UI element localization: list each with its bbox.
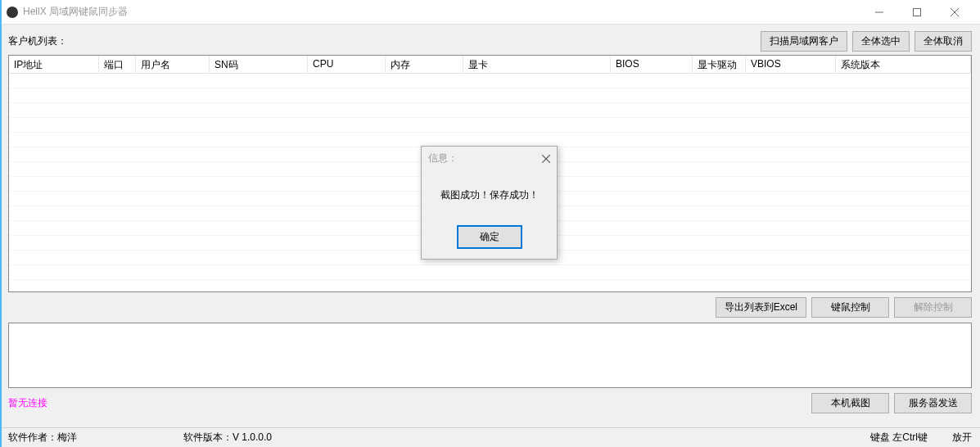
- th-sysver[interactable]: 系统版本: [836, 56, 971, 73]
- version-value: V 1.0.0.0: [233, 431, 272, 443]
- kb-value: 左Ctrl键: [892, 431, 928, 443]
- client-list-label: 客户机列表：: [8, 34, 67, 48]
- table-row: [9, 74, 971, 88]
- th-mem[interactable]: 内存: [386, 56, 463, 73]
- table-row: [9, 88, 971, 103]
- author-seg: 软件作者：梅洋: [8, 431, 77, 445]
- th-gpu[interactable]: 显卡: [463, 56, 611, 73]
- screenshot-button[interactable]: 本机截图: [811, 393, 889, 413]
- th-bios[interactable]: BIOS: [611, 56, 693, 73]
- table-row: [9, 118, 971, 133]
- accent-border: [0, 0, 2, 447]
- status-right: 键盘 左Ctrl键 放开: [870, 431, 972, 445]
- th-port[interactable]: 端口: [99, 56, 136, 73]
- version-seg: 软件版本：V 1.0.0.0: [183, 431, 272, 445]
- svg-rect-1: [914, 8, 921, 16]
- titlebar: HellX 局域网键鼠同步器: [0, 0, 980, 25]
- window-title: HellX 局域网键鼠同步器: [23, 5, 128, 19]
- author-label: 软件作者：: [8, 431, 57, 443]
- th-gpudrv[interactable]: 显卡驱动: [693, 56, 746, 73]
- table-row: [9, 265, 971, 280]
- dialog-footer: 确定: [422, 220, 557, 259]
- log-area[interactable]: [8, 323, 972, 388]
- app-icon: [7, 7, 18, 18]
- th-sn[interactable]: SN码: [210, 56, 308, 73]
- maximize-button[interactable]: [898, 0, 936, 25]
- top-buttons: 扫描局域网客户 全体选中 全体取消: [761, 31, 972, 52]
- deselect-all-button[interactable]: 全体取消: [915, 31, 972, 52]
- bottom-buttons: 本机截图 服务器发送: [811, 393, 972, 413]
- km-control-button[interactable]: 键鼠控制: [811, 297, 889, 318]
- dialog-close-button[interactable]: [542, 152, 550, 165]
- th-cpu[interactable]: CPU: [308, 56, 386, 73]
- table-header: IP地址 端口 用户名 SN码 CPU 内存 显卡 BIOS 显卡驱动 VBIO…: [9, 56, 971, 74]
- author-value: 梅洋: [57, 431, 77, 443]
- export-excel-button[interactable]: 导出列表到Excel: [716, 297, 806, 318]
- th-vbios[interactable]: VBIOS: [746, 56, 836, 73]
- kb-label: 键盘: [870, 431, 890, 443]
- state-seg: 放开: [952, 431, 972, 445]
- table-row: [9, 103, 971, 118]
- kb-seg: 键盘 左Ctrl键: [870, 431, 928, 445]
- statusbar: 软件作者：梅洋 软件版本：V 1.0.0.0 键盘 左Ctrl键 放开: [0, 427, 980, 447]
- bottom-row: 暂无连接 本机截图 服务器发送: [8, 388, 972, 418]
- dialog-titlebar: 信息：: [422, 147, 557, 170]
- minimize-button[interactable]: [860, 0, 898, 25]
- close-button[interactable]: [936, 0, 973, 25]
- scan-lan-button[interactable]: 扫描局域网客户: [761, 31, 847, 52]
- release-control-button[interactable]: 解除控制: [894, 297, 972, 318]
- mid-buttons: 导出列表到Excel 键鼠控制 解除控制: [8, 292, 972, 323]
- dialog-message: 截图成功！保存成功！: [422, 170, 557, 220]
- server-send-button[interactable]: 服务器发送: [894, 393, 972, 413]
- info-dialog: 信息： 截图成功！保存成功！ 确定: [421, 146, 558, 260]
- window-controls: [860, 0, 973, 25]
- th-user[interactable]: 用户名: [136, 56, 210, 73]
- dialog-title-text: 信息：: [428, 151, 458, 165]
- th-ip[interactable]: IP地址: [9, 56, 99, 73]
- version-label: 软件版本：: [183, 431, 233, 443]
- connection-status: 暂无连接: [8, 396, 47, 410]
- top-row: 客户机列表： 扫描局域网客户 全体选中 全体取消: [8, 31, 972, 52]
- select-all-button[interactable]: 全体选中: [852, 31, 910, 52]
- dialog-ok-button[interactable]: 确定: [457, 225, 522, 249]
